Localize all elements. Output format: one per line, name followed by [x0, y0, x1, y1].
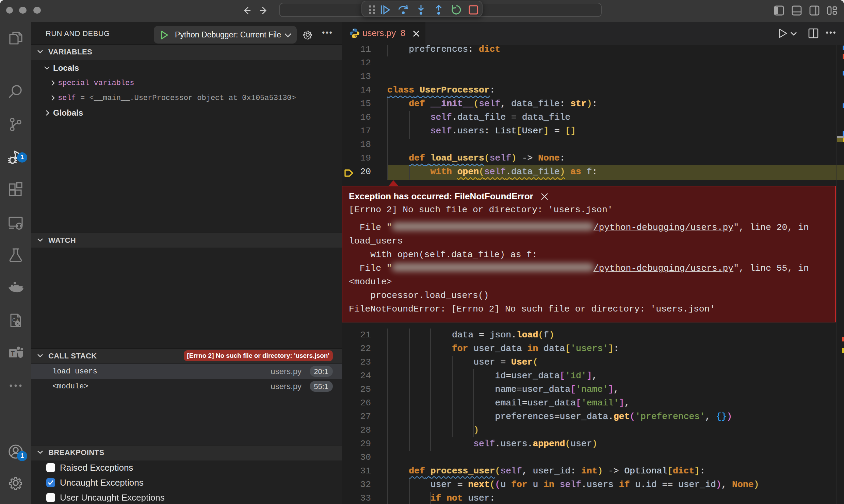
- svg-text:T: T: [11, 350, 15, 357]
